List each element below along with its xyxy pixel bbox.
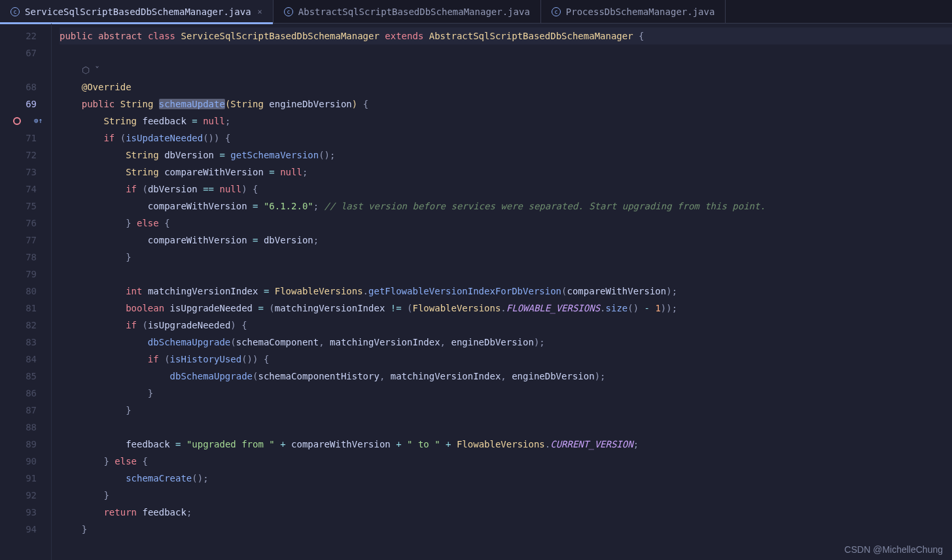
code-line-75: compareWithVersion = "6.1.2.0"; // last … — [60, 198, 952, 215]
line-number: 85 — [0, 368, 37, 385]
tab-label: AbstractSqlScriptBasedDbSchemaManager.ja… — [298, 7, 530, 17]
line-number: 76 — [0, 215, 37, 232]
code-line-86: } — [60, 385, 952, 402]
code-line-91: schemaCreate(); — [60, 470, 952, 487]
line-number: 94 — [0, 521, 37, 538]
line-number: 72 — [0, 147, 37, 164]
code-line-83: dbSchemaUpgrade(schemaComponent, matchin… — [60, 334, 952, 351]
line-number — [0, 113, 37, 130]
code-line-85: dbSchemaUpgrade(schemaComponentHistory, … — [60, 368, 952, 385]
line-number-gutter: 22 67 68 69 ⊚↑ 71 72 73 74 75 76 77 78 7… — [0, 24, 51, 560]
code-line-73: String compareWithVersion = null; — [60, 164, 952, 181]
java-class-icon: c — [284, 7, 293, 16]
line-number: 68 — [0, 79, 37, 96]
code-line-81: boolean isUpgradeNeeded = (matchingVersi… — [60, 300, 952, 317]
structure-nav-icon[interactable]: ⬡ ˅ — [60, 61, 99, 79]
code-line-78: } — [60, 249, 952, 266]
code-line-76: } else { — [60, 215, 952, 232]
line-number: 92 — [0, 487, 37, 504]
tab-process-db[interactable]: c ProcessDbSchemaManager.java — [541, 0, 726, 24]
tab-abstract-sql[interactable]: c AbstractSqlScriptBasedDbSchemaManager.… — [273, 0, 541, 24]
context-sticky-line: public abstract class ServiceSqlScriptBa… — [60, 27, 952, 44]
line-number: 78 — [0, 249, 37, 266]
line-number: 87 — [0, 402, 37, 419]
line-number: 80 — [0, 283, 37, 300]
code-line-84: if (isHistoryUsed()) { — [60, 351, 952, 368]
code-line-70: String feedback = null; — [60, 113, 952, 130]
code-line-92: } — [60, 487, 952, 504]
line-number: 67 — [0, 44, 37, 61]
line-number: 88 — [0, 419, 37, 436]
code-line-80: int matchingVersionIndex = FlowableVersi… — [60, 283, 952, 300]
line-number: 77 — [0, 232, 37, 249]
line-number: 75 — [0, 198, 37, 215]
code-line-69: public String schemaUpdate(String engine… — [60, 96, 952, 113]
line-number: 22 — [0, 27, 37, 44]
code-line-74: if (dbVersion == null) { — [60, 181, 952, 198]
line-number: 90 — [0, 453, 37, 470]
line-number: 86 — [0, 385, 37, 402]
line-number: 82 — [0, 317, 37, 334]
line-number: 89 — [0, 436, 37, 453]
tab-service-sql[interactable]: c ServiceSqlScriptBasedDbSchemaManager.j… — [0, 0, 273, 24]
code-line-90: } else { — [60, 453, 952, 470]
blank-line-88 — [60, 419, 952, 436]
java-class-icon: c — [10, 7, 20, 16]
code-line-89: feedback = "upgraded from " + compareWit… — [60, 436, 952, 453]
code-line-72: String dbVersion = getSchemaVersion(); — [60, 147, 952, 164]
code-line-93: return feedback; — [60, 504, 952, 521]
line-number: 84 — [0, 351, 37, 368]
tab-label: ServiceSqlScriptBasedDbSchemaManager.jav… — [25, 7, 251, 17]
line-number: 81 — [0, 300, 37, 317]
line-number — [0, 61, 37, 79]
line-number: 69 ⊚↑ — [0, 96, 37, 113]
code-line-68: @Override — [60, 79, 952, 96]
code-line-82: if (isUpgradeNeeded) { — [60, 317, 952, 334]
code-content[interactable]: public abstract class ServiceSqlScriptBa… — [51, 24, 952, 560]
tab-label: ProcessDbSchemaManager.java — [566, 7, 715, 17]
java-class-icon: c — [552, 7, 561, 16]
tab-bar: c ServiceSqlScriptBasedDbSchemaManager.j… — [0, 0, 952, 24]
editor-area: 22 67 68 69 ⊚↑ 71 72 73 74 75 76 77 78 7… — [0, 24, 952, 560]
code-line-87: } — [60, 402, 952, 419]
line-number: 74 — [0, 181, 37, 198]
line-number: 73 — [0, 164, 37, 181]
code-line-71: if (isUpdateNeeded()) { — [60, 130, 952, 147]
close-icon[interactable]: × — [258, 7, 262, 16]
watermark-label: CSDN @MichelleChung — [845, 544, 943, 555]
code-line-77: compareWithVersion = dbVersion; — [60, 232, 952, 249]
line-number: 91 — [0, 470, 37, 487]
line-number: 71 — [0, 130, 37, 147]
code-line-94: } — [60, 521, 952, 538]
line-number: 79 — [0, 266, 37, 283]
blank-line — [60, 44, 952, 61]
blank-line-79 — [60, 266, 952, 283]
line-number: 83 — [0, 334, 37, 351]
line-number: 93 — [0, 504, 37, 521]
breakpoint-gutter-icon[interactable] — [13, 113, 21, 130]
